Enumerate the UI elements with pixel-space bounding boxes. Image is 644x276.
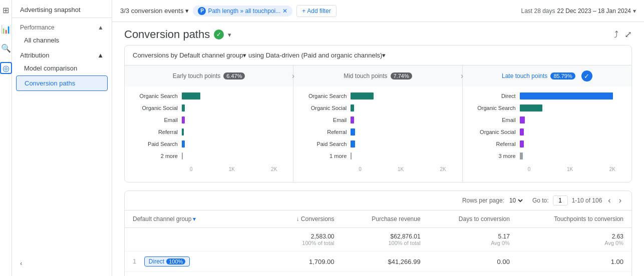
- bar: [351, 128, 355, 136]
- bar-container: [351, 140, 454, 148]
- chart-icon[interactable]: 📊: [1, 24, 11, 34]
- touch-header-late[interactable]: Late touch points 85.79% ✓: [463, 66, 631, 86]
- topbar-left: 3/3 conversion events ▾ P Path length » …: [120, 5, 337, 17]
- total-days-value: 5.17: [437, 233, 510, 240]
- bar-container: [182, 152, 285, 160]
- bar-label: Organic Social: [471, 129, 516, 135]
- bar-row: Email: [133, 116, 285, 124]
- col-header-channel[interactable]: Default channel group ▾: [125, 210, 270, 228]
- row1-channel-name: Direct: [149, 258, 164, 265]
- sidebar-section-attribution[interactable]: Attribution ▲: [12, 48, 112, 61]
- bar: [351, 152, 352, 160]
- go-to-input[interactable]: [553, 196, 568, 206]
- sidebar-item-conversion-paths[interactable]: Conversion paths: [16, 76, 108, 91]
- chart-axis-late: 0 1K 2K: [471, 164, 623, 176]
- total-revenue-value: $62,876.01: [351, 233, 421, 240]
- data-table: Default channel group ▾ ↓ Conversions Pu: [125, 210, 631, 276]
- total-revenue-cell: $62,876.01 100% of total: [343, 228, 429, 252]
- sidebar-item-conversion-paths-label: Conversion paths: [25, 80, 75, 87]
- conversion-events-label: 3/3 conversion events: [120, 7, 183, 14]
- date-chevron-icon[interactable]: ▾: [633, 8, 636, 14]
- bar-label: Organic Search: [301, 93, 347, 99]
- axis-1k: 1K: [398, 166, 404, 172]
- main-content: 3/3 conversion events ▾ P Path length » …: [112, 0, 644, 276]
- bar-container: [520, 140, 623, 148]
- topbar-right: Last 28 days 22 Dec 2023 – 18 Jan 2024 ▾: [521, 8, 636, 14]
- bar: [351, 140, 355, 148]
- sidebar-section-performance[interactable]: Performance ▲: [12, 18, 112, 33]
- collapse-icon: ‹: [20, 260, 22, 267]
- row1-days-cell: 0.00: [429, 252, 518, 272]
- path-filter-label: Path length » all touchpoi...: [208, 8, 280, 14]
- chart-columns: Organic Search Organic Social Email: [125, 86, 631, 182]
- table-header-row: Default channel group ▾ ↓ Conversions Pu: [125, 210, 631, 228]
- go-to-label: Go to:: [532, 197, 549, 204]
- rows-per-page-select[interactable]: 10 25 50: [507, 196, 524, 204]
- axis-0: 0: [190, 166, 193, 172]
- add-filter-button[interactable]: + Add filter: [296, 5, 336, 17]
- prev-page-button[interactable]: ‹: [606, 195, 612, 206]
- bar-row: Organic Social: [133, 104, 285, 112]
- content-area: Conversions by Default channel group▾ us…: [112, 45, 644, 276]
- axis-2k: 2K: [609, 166, 615, 172]
- chart-axis-mid: 0 1K 2K: [301, 164, 454, 176]
- bar-container: [520, 128, 623, 136]
- touch-header-early[interactable]: Early touch points 6.47% ›: [125, 66, 293, 86]
- bar-label: Email: [471, 117, 516, 123]
- home-icon[interactable]: ⊞: [1, 5, 11, 15]
- touch-header-mid[interactable]: Mid touch points 7.74% ›: [293, 66, 462, 86]
- col-header-touchpoints[interactable]: Touchpoints to conversion: [518, 210, 631, 228]
- mid-touch-label: Mid touch points: [344, 72, 387, 80]
- col-channel-dropdown-icon[interactable]: ▾: [193, 216, 196, 222]
- bar-row: Paid Search: [133, 140, 285, 148]
- col-header-conversions[interactable]: ↓ Conversions: [270, 210, 343, 228]
- chart-header: Conversions by Default channel group▾ us…: [125, 46, 631, 66]
- external-link-icon[interactable]: ⤢: [624, 29, 632, 40]
- attribution-icon[interactable]: ◎: [0, 62, 12, 74]
- sidebar-item-model-comparison-label: Model comparison: [24, 64, 77, 72]
- late-touch-pct: 85.79%: [550, 72, 575, 80]
- row1-touchpoints-cell: 1.00: [518, 252, 631, 272]
- sidebar-item-all-channels[interactable]: All channels: [12, 33, 108, 48]
- bar-container: [351, 116, 454, 124]
- bar: [520, 104, 543, 112]
- bar-container: [182, 140, 285, 148]
- path-filter-chip[interactable]: P Path length » all touchpoi... ✕: [193, 6, 292, 16]
- bar-label: 2 more: [133, 153, 178, 159]
- sidebar-item-model-comparison[interactable]: Model comparison: [12, 61, 108, 76]
- late-touch-check: ✓: [581, 70, 592, 82]
- col-header-revenue[interactable]: Purchase revenue: [343, 210, 429, 228]
- bar-row: Organic Search: [301, 92, 454, 100]
- bar-row: Email: [301, 116, 454, 124]
- bar-container: [351, 92, 454, 100]
- col-revenue-label: Purchase revenue: [372, 216, 420, 222]
- bar-container: [182, 104, 285, 112]
- rows-per-page-control: Rows per page: 10 25 50: [462, 196, 524, 204]
- conversion-events-button[interactable]: 3/3 conversion events ▾: [120, 7, 189, 14]
- path-filter-close-icon[interactable]: ✕: [282, 8, 287, 14]
- row1-channel-badge[interactable]: Direct 100%: [144, 256, 190, 266]
- table-totals-row: 2,583.00 100% of total $62,876.01 100% o…: [125, 228, 631, 252]
- row2-days-cell: 1.60: [429, 272, 518, 276]
- bar-row: Organic Search: [471, 104, 623, 112]
- arrow-early-mid: ›: [288, 71, 298, 81]
- bar: [520, 152, 523, 160]
- search-icon[interactable]: 🔍: [1, 43, 11, 53]
- next-page-button[interactable]: ›: [617, 195, 623, 206]
- share-icon[interactable]: ⤴: [614, 30, 618, 40]
- status-dot: ✓: [214, 30, 224, 40]
- row1-num: 1: [133, 258, 136, 265]
- sidebar-collapse[interactable]: ‹: [12, 256, 112, 271]
- bar-container: [351, 152, 454, 160]
- bar-label: Direct: [471, 93, 516, 99]
- add-filter-label: Add filter: [307, 8, 331, 14]
- collapse-button[interactable]: ‹: [20, 260, 22, 267]
- bar-label: 3 more: [471, 153, 516, 159]
- page-title-chevron[interactable]: ▾: [228, 31, 231, 38]
- col-header-days[interactable]: Days to conversion: [429, 210, 518, 228]
- bar-container: [351, 128, 454, 136]
- topbar: 3/3 conversion events ▾ P Path length » …: [112, 0, 644, 22]
- sidebar-section-attribution-label: Attribution: [20, 52, 50, 59]
- date-prefix: Last 28 days: [521, 8, 555, 14]
- bar-label: Paid Search: [301, 141, 347, 147]
